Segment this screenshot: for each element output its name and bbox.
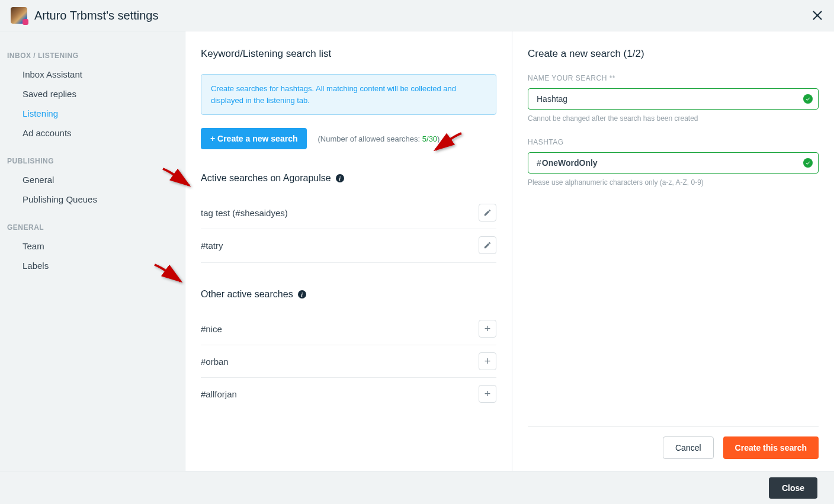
hashtag-helper-text: Please use alphanumeric characters only …: [528, 178, 819, 187]
allowed-searches-text: (Number of allowed searches: 5/30): [317, 134, 440, 143]
page-title: Arturo Trbmst's settings: [34, 9, 158, 23]
cancel-button[interactable]: Cancel: [663, 436, 714, 459]
settings-header: Arturo Trbmst's settings: [0, 0, 834, 31]
pencil-icon: [483, 241, 492, 249]
sidebar-item-inbox-assistant[interactable]: Inbox Assistant: [7, 65, 178, 84]
create-search-button[interactable]: + Create a new search: [201, 128, 307, 149]
search-name-input[interactable]: [528, 88, 819, 110]
sidebar-category-publishing: PUBLISHING: [7, 153, 178, 170]
settings-sidebar: INBOX / LISTENING Inbox Assistant Saved …: [0, 31, 185, 471]
hashtag-label: HASHTAG: [528, 138, 819, 146]
create-search-title: Create a new search (1/2): [528, 48, 819, 60]
plus-icon: +: [485, 356, 491, 367]
search-list-panel: Keyword/Listening search list Create sea…: [185, 31, 512, 471]
search-label: #tatry: [201, 240, 223, 251]
info-banner: Create searches for hashtags. All matchi…: [201, 74, 496, 115]
sidebar-item-saved-replies[interactable]: Saved replies: [7, 84, 178, 104]
sidebar-category-inbox: INBOX / LISTENING: [7, 48, 178, 65]
valid-check-icon: [803, 158, 813, 168]
add-button[interactable]: +: [479, 385, 496, 403]
edit-button[interactable]: [479, 236, 496, 254]
sidebar-item-publishing-queues[interactable]: Publishing Queues: [7, 190, 178, 209]
info-icon[interactable]: i: [336, 174, 344, 182]
search-label: #allforjan: [201, 389, 237, 399]
add-button[interactable]: +: [479, 352, 496, 370]
plus-icon: +: [485, 323, 491, 334]
search-label: #orban: [201, 357, 229, 367]
sidebar-item-general[interactable]: General: [7, 170, 178, 190]
search-label: tag test (#shesaidyes): [201, 208, 288, 218]
create-search-panel: Create a new search (1/2) NAME YOUR SEAR…: [512, 31, 834, 471]
add-button[interactable]: +: [479, 320, 496, 338]
active-searches-list: tag test (#shesaidyes) #tatry: [201, 197, 496, 263]
allowed-count: 5/30: [422, 134, 437, 143]
info-icon[interactable]: i: [298, 290, 306, 298]
hashtag-input[interactable]: #OneWordOnly: [528, 152, 819, 174]
search-label: #nice: [201, 324, 222, 334]
list-item: #tatry: [201, 229, 496, 261]
sidebar-item-team[interactable]: Team: [7, 236, 178, 256]
sidebar-category-general: GENERAL: [7, 220, 178, 236]
list-item: #orban +: [201, 345, 496, 377]
modal-footer: Close: [0, 471, 834, 504]
search-list-title: Keyword/Listening search list: [201, 48, 496, 60]
sidebar-item-ad-accounts[interactable]: Ad accounts: [7, 123, 178, 143]
active-searches-heading: Active searches on Agorapulse i: [201, 173, 496, 184]
list-item: #nice +: [201, 313, 496, 345]
other-searches-heading: Other active searches i: [201, 289, 496, 300]
valid-check-icon: [803, 94, 813, 104]
list-item: tag test (#shesaidyes): [201, 197, 496, 229]
profile-avatar: [11, 7, 27, 24]
main-content: INBOX / LISTENING Inbox Assistant Saved …: [0, 31, 834, 471]
name-label: NAME YOUR SEARCH **: [528, 74, 819, 82]
edit-button[interactable]: [479, 204, 496, 221]
sidebar-item-labels[interactable]: Labels: [7, 256, 178, 275]
create-this-search-button[interactable]: Create this search: [723, 436, 819, 459]
close-icon[interactable]: [810, 8, 825, 23]
other-searches-list: #nice + #orban + #allforjan +: [201, 313, 496, 410]
plus-icon: +: [485, 389, 491, 399]
list-item: #allforjan +: [201, 377, 496, 410]
name-helper-text: Cannot be changed after the search has b…: [528, 114, 819, 123]
pencil-icon: [483, 208, 492, 217]
sidebar-item-listening[interactable]: Listening: [7, 104, 178, 123]
close-button[interactable]: Close: [769, 477, 817, 499]
